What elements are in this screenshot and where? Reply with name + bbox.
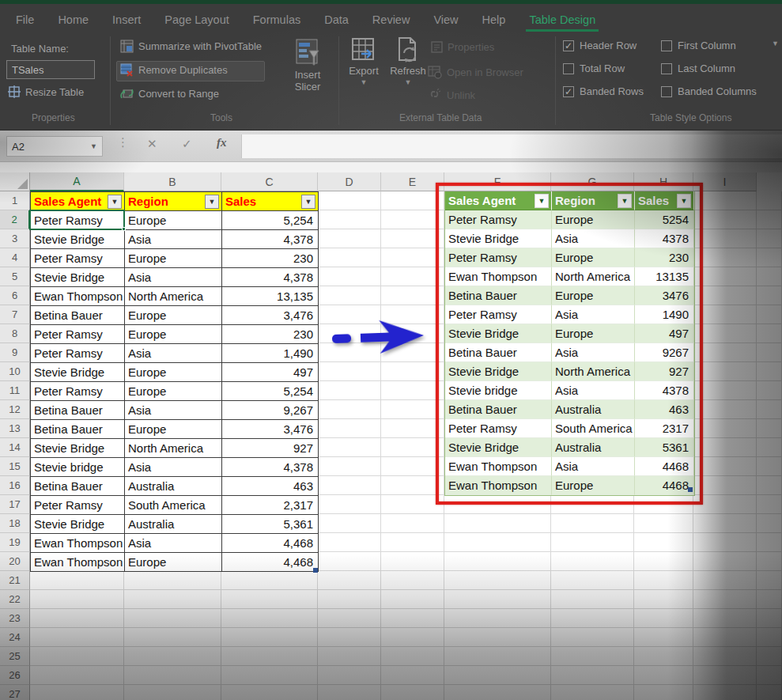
row-number-9[interactable]: 9: [0, 343, 30, 362]
left-table-cell[interactable]: South America: [125, 496, 222, 515]
checkbox-first-column[interactable]: First Column: [661, 40, 736, 51]
left-table-cell[interactable]: 4,468: [222, 553, 319, 572]
left-table-cell[interactable]: Asia: [125, 534, 222, 553]
left-table-cell[interactable]: Peter Ramsy: [31, 249, 125, 268]
remove-duplicates-button[interactable]: Remove Duplicates: [120, 63, 228, 77]
right-table-cell[interactable]: 4468: [635, 476, 694, 495]
column-header-E[interactable]: E: [381, 172, 444, 191]
right-table-cell[interactable]: Peter Ramsy: [445, 419, 552, 438]
left-table-resize-handle[interactable]: [313, 568, 318, 573]
tab-home[interactable]: Home: [58, 13, 89, 26]
left-table-cell[interactable]: 5,254: [222, 382, 319, 401]
left-table-cell[interactable]: 13,135: [222, 287, 319, 306]
left-table-cell[interactable]: 4,378: [222, 458, 319, 477]
filter-dropdown-icon[interactable]: ▼: [535, 194, 549, 208]
checkbox-icon[interactable]: ✓: [563, 40, 574, 51]
right-table-cell[interactable]: Stevie Bridge: [445, 324, 552, 343]
resize-table-button[interactable]: Resize Table: [8, 85, 84, 98]
cancel-icon[interactable]: ✕: [147, 137, 157, 151]
name-box-caret-icon[interactable]: ▼: [90, 142, 97, 150]
row-number-8[interactable]: 8: [0, 324, 30, 343]
checkbox-total-row[interactable]: Total Row: [563, 62, 625, 74]
row-number-6[interactable]: 6: [0, 286, 30, 305]
left-table-cell[interactable]: 497: [222, 363, 319, 382]
filter-dropdown-icon[interactable]: ▼: [205, 195, 219, 209]
checkbox-banded-columns[interactable]: Banded Columns: [661, 85, 757, 97]
left-table-cell[interactable]: Stevie Bridge: [31, 515, 125, 534]
checkbox-header-row[interactable]: ✓Header Row: [563, 40, 637, 51]
row-number-16[interactable]: 16: [0, 476, 30, 495]
left-table-header-sales-agent[interactable]: Sales Agent▼: [31, 192, 125, 211]
summarize-pivottable-button[interactable]: Summarize with PivotTable: [120, 40, 262, 53]
right-table-header-sales[interactable]: Sales▼: [635, 191, 694, 210]
left-table-cell[interactable]: 4,378: [222, 230, 319, 249]
name-box[interactable]: A2 ▼: [6, 136, 103, 157]
right-table-cell[interactable]: North America: [552, 362, 635, 381]
tab-table-design[interactable]: Table Design: [529, 13, 595, 26]
row-number-20[interactable]: 20: [0, 552, 30, 571]
checkbox-icon[interactable]: ✓: [563, 86, 574, 97]
right-table-resize-handle[interactable]: [688, 487, 693, 492]
row-number-18[interactable]: 18: [0, 514, 30, 533]
right-table-cell[interactable]: 927: [635, 362, 694, 381]
left-table-cell[interactable]: 3,476: [222, 306, 319, 325]
left-table-cell[interactable]: 927: [222, 439, 319, 458]
right-table-cell[interactable]: Asia: [552, 343, 635, 362]
right-table-cell[interactable]: North America: [552, 267, 635, 286]
right-table-cell[interactable]: Peter Ramsy: [445, 305, 552, 324]
left-table-cell[interactable]: Asia: [125, 344, 222, 363]
column-header-G[interactable]: G: [551, 172, 634, 191]
left-table-cell[interactable]: Europe: [125, 325, 222, 344]
right-table-cell[interactable]: 497: [635, 324, 694, 343]
column-header-B[interactable]: B: [124, 172, 221, 191]
left-table-cell[interactable]: Peter Ramsy: [31, 382, 125, 401]
column-header-D[interactable]: D: [318, 172, 381, 191]
left-table-cell[interactable]: Europe: [125, 249, 222, 268]
filter-dropdown-icon[interactable]: ▼: [618, 194, 632, 208]
right-table-cell[interactable]: 1490: [635, 305, 694, 324]
row-number-1[interactable]: 1: [0, 191, 30, 210]
enter-icon[interactable]: ✓: [182, 137, 192, 151]
row-number-22[interactable]: 22: [0, 590, 30, 609]
left-table-cell[interactable]: Stevie Bridge: [31, 268, 125, 287]
export-button[interactable]: Export ▼: [346, 36, 381, 86]
left-table-cell[interactable]: Peter Ramsy: [31, 325, 125, 344]
left-table-cell[interactable]: 4,468: [222, 534, 319, 553]
right-table-cell[interactable]: Ewan Thompson: [445, 457, 552, 476]
right-table-cell[interactable]: 5361: [635, 438, 694, 457]
left-table-cell[interactable]: Europe: [125, 553, 222, 572]
convert-to-range-button[interactable]: Convert to Range: [120, 87, 219, 100]
right-table-cell[interactable]: Peter Ramsy: [445, 248, 552, 267]
right-table-cell[interactable]: Asia: [552, 457, 635, 476]
checkbox-icon[interactable]: [661, 40, 672, 51]
left-table-cell[interactable]: Asia: [125, 230, 222, 249]
left-table-cell[interactable]: Europe: [125, 382, 222, 401]
tab-data[interactable]: Data: [324, 13, 349, 26]
left-table-cell[interactable]: Betina Bauer: [31, 477, 125, 496]
right-table-cell[interactable]: 3476: [635, 286, 694, 305]
select-all-button[interactable]: [0, 172, 30, 191]
row-number-2[interactable]: 2: [0, 210, 30, 229]
left-table-cell[interactable]: Ewan Thompson: [31, 553, 125, 572]
left-table-cell[interactable]: Asia: [125, 401, 222, 420]
left-table-cell[interactable]: Peter Ramsy: [31, 496, 125, 515]
tab-formulas[interactable]: Formulas: [253, 13, 300, 26]
right-table-header-region[interactable]: Region▼: [552, 191, 635, 210]
column-header-C[interactable]: C: [221, 172, 318, 191]
left-table-cell[interactable]: 4,378: [222, 268, 319, 287]
left-table-cell[interactable]: Europe: [125, 420, 222, 439]
row-number-24[interactable]: 24: [0, 628, 30, 647]
left-table-header-sales[interactable]: Sales▼: [222, 192, 319, 211]
row-number-23[interactable]: 23: [0, 609, 30, 628]
column-header-H[interactable]: H: [634, 172, 693, 191]
right-table-cell[interactable]: Asia: [552, 381, 635, 400]
left-table-cell[interactable]: 230: [222, 325, 319, 344]
tab-review[interactable]: Review: [372, 13, 410, 26]
right-table-cell[interactable]: 4378: [635, 229, 694, 248]
right-table-cell[interactable]: 4468: [635, 457, 694, 476]
left-table-cell[interactable]: Peter Ramsy: [31, 211, 125, 230]
row-number-4[interactable]: 4: [0, 248, 30, 267]
refresh-button[interactable]: Refresh ▼: [389, 36, 427, 86]
row-number-25[interactable]: 25: [0, 647, 30, 666]
formula-input[interactable]: [241, 134, 782, 158]
